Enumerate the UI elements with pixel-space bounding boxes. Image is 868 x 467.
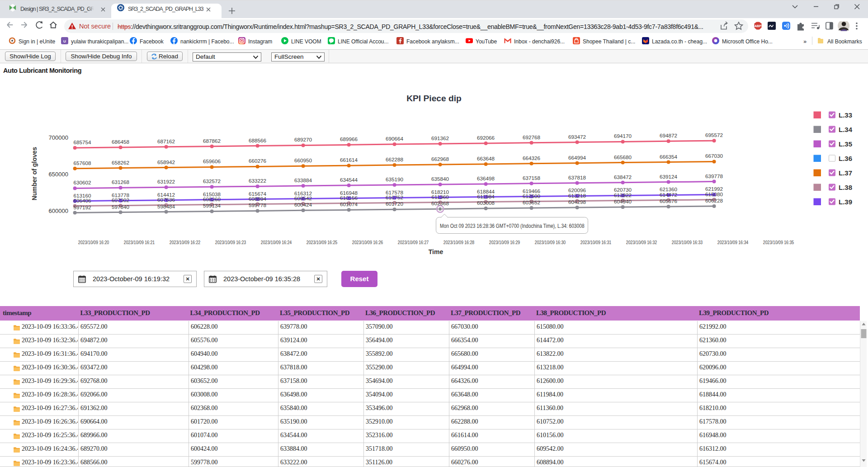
svg-text:637158: 637158 <box>523 175 540 181</box>
svg-text:L.33: L.33 <box>839 111 852 119</box>
svg-text:609542: 609542 <box>294 195 312 201</box>
svg-text:661614: 661614 <box>340 157 358 163</box>
svg-text:L.39: L.39 <box>839 198 852 206</box>
svg-text:611984: 611984 <box>477 193 495 199</box>
svg-text:691362: 691362 <box>431 135 449 141</box>
svg-text:664326: 664326 <box>523 155 540 161</box>
svg-text:633884: 633884 <box>294 177 312 183</box>
svg-text:601074: 601074 <box>340 201 358 207</box>
svg-text:598484: 598484 <box>157 203 175 209</box>
svg-text:2023/10/09 16:20: 2023/10/09 16:20 <box>78 240 109 245</box>
svg-text:2023/10/09 16:33: 2023/10/09 16:33 <box>672 240 703 245</box>
svg-text:611360: 611360 <box>432 194 449 200</box>
svg-text:2023/10/09 16:28: 2023/10/09 16:28 <box>443 240 475 245</box>
svg-text:657608: 657608 <box>74 160 91 166</box>
svg-text:597192: 597192 <box>74 204 91 210</box>
svg-text:688566: 688566 <box>249 137 266 143</box>
svg-text:613218: 613218 <box>568 193 586 198</box>
svg-text:662288: 662288 <box>386 156 403 162</box>
svg-text:604298: 604298 <box>568 199 586 205</box>
svg-text:663648: 663648 <box>477 156 495 161</box>
svg-text:603008: 603008 <box>477 200 495 206</box>
svg-text:2023/10/09 16:26: 2023/10/09 16:26 <box>352 240 383 245</box>
svg-text:Mon Oct 09 2023 16:28:36 GMT+0: Mon Oct 09 2023 16:28:36 GMT+0700 (Indoc… <box>440 223 585 229</box>
svg-text:606228: 606228 <box>705 198 723 203</box>
svg-text:639124: 639124 <box>660 174 678 179</box>
svg-text:666354: 666354 <box>660 154 678 160</box>
svg-text:635190: 635190 <box>386 176 404 182</box>
svg-text:692066: 692066 <box>477 135 495 141</box>
svg-text:604940: 604940 <box>614 198 632 204</box>
svg-text:607636: 607636 <box>157 197 175 203</box>
svg-text:615080: 615080 <box>705 191 723 197</box>
svg-text:2023/10/09 16:31: 2023/10/09 16:31 <box>580 240 612 245</box>
svg-text:L.34: L.34 <box>839 126 853 133</box>
svg-text:692768: 692768 <box>523 134 540 140</box>
svg-text:2023/10/09 16:35: 2023/10/09 16:35 <box>763 240 794 245</box>
svg-text:650000: 650000 <box>49 171 68 178</box>
svg-text:634544: 634544 <box>340 177 358 183</box>
svg-text:2023/10/09 16:32: 2023/10/09 16:32 <box>626 240 657 245</box>
svg-text:689270: 689270 <box>294 137 312 142</box>
svg-text:L.37: L.37 <box>839 169 852 177</box>
svg-text:608260: 608260 <box>203 196 221 202</box>
svg-text:2023/10/09 16:23: 2023/10/09 16:23 <box>215 240 246 245</box>
svg-text:613822: 613822 <box>614 192 632 198</box>
svg-text:2023/10/09 16:29: 2023/10/09 16:29 <box>489 240 520 245</box>
svg-text:662968: 662968 <box>431 156 449 162</box>
svg-text:695572: 695572 <box>705 132 723 138</box>
svg-text:2023/10/09 16:34: 2023/10/09 16:34 <box>717 240 749 245</box>
svg-text:L.36: L.36 <box>839 155 852 162</box>
svg-text:660276: 660276 <box>249 158 266 164</box>
svg-text:631922: 631922 <box>157 179 175 184</box>
svg-text:2023/10/09 16:27: 2023/10/09 16:27 <box>398 240 429 245</box>
svg-text:608894: 608894 <box>249 196 267 202</box>
svg-text:2023/10/09 16:22: 2023/10/09 16:22 <box>170 240 201 245</box>
svg-text:633222: 633222 <box>249 178 266 184</box>
svg-text:660950: 660950 <box>294 157 312 163</box>
svg-text:600424: 600424 <box>294 202 312 208</box>
svg-text:636498: 636498 <box>477 175 495 181</box>
svg-text:687162: 687162 <box>157 138 175 144</box>
svg-text:600000: 600000 <box>49 208 68 214</box>
svg-text:614472: 614472 <box>660 192 677 198</box>
svg-text:693472: 693472 <box>568 134 586 140</box>
svg-text:L.35: L.35 <box>839 140 852 148</box>
svg-text:597840: 597840 <box>112 204 130 210</box>
svg-text:694170: 694170 <box>614 133 632 139</box>
svg-text:610156: 610156 <box>340 195 358 201</box>
svg-text:665680: 665680 <box>614 154 632 160</box>
svg-text:690664: 690664 <box>386 136 404 142</box>
svg-text:601720: 601720 <box>386 201 404 207</box>
svg-text:687862: 687862 <box>203 138 221 144</box>
svg-text:694872: 694872 <box>660 132 677 138</box>
svg-text:2023/10/09 16:25: 2023/10/09 16:25 <box>307 240 338 245</box>
svg-text:605576: 605576 <box>660 198 677 204</box>
svg-text:659606: 659606 <box>203 158 221 164</box>
svg-text:639778: 639778 <box>705 173 723 179</box>
svg-text:638472: 638472 <box>614 174 632 180</box>
svg-text:2023/10/09 16:24: 2023/10/09 16:24 <box>261 240 292 245</box>
svg-text:610752: 610752 <box>386 194 403 200</box>
svg-text:606406: 606406 <box>74 198 91 203</box>
svg-text:686458: 686458 <box>112 139 129 145</box>
svg-text:599134: 599134 <box>203 203 221 208</box>
svg-text:635840: 635840 <box>431 176 449 182</box>
svg-text:630602: 630602 <box>74 179 91 185</box>
svg-text:667030: 667030 <box>705 153 723 159</box>
svg-text:607002: 607002 <box>112 197 129 203</box>
svg-text:685754: 685754 <box>74 139 92 145</box>
svg-text:658942: 658942 <box>157 159 175 165</box>
svg-text:2023/10/09 16:21: 2023/10/09 16:21 <box>124 240 155 245</box>
svg-text:L.38: L.38 <box>839 184 852 191</box>
svg-text:2023/10/09 16:30: 2023/10/09 16:30 <box>535 240 566 245</box>
svg-text:632572: 632572 <box>203 178 221 184</box>
svg-text:612600: 612600 <box>523 193 541 199</box>
svg-text:603652: 603652 <box>523 199 540 205</box>
svg-text:599778: 599778 <box>249 202 266 208</box>
svg-text:Time: Time <box>429 248 443 255</box>
svg-text:689966: 689966 <box>340 136 358 142</box>
svg-text:631268: 631268 <box>112 179 129 185</box>
svg-text:637818: 637818 <box>568 175 586 180</box>
svg-text:Number of gloves: Number of gloves <box>31 147 38 200</box>
